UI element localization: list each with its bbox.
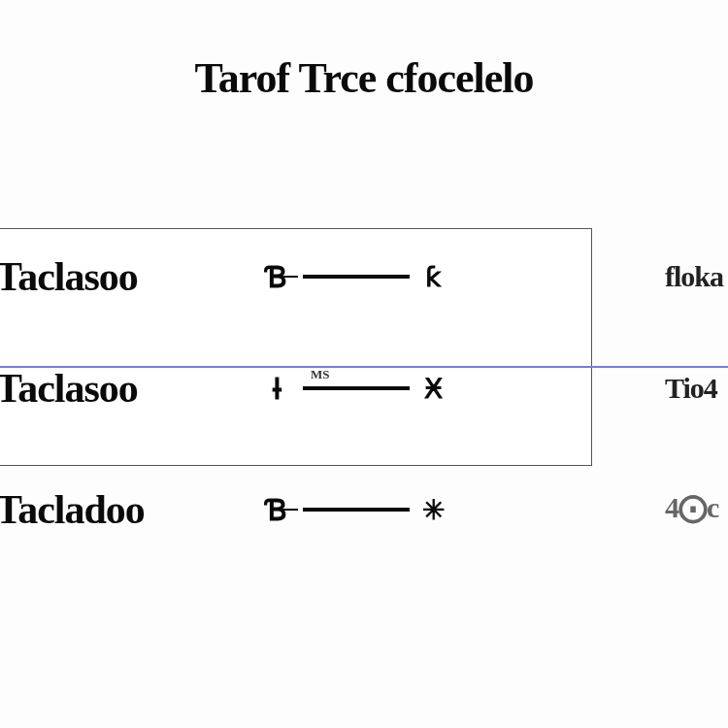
diagram-row: Taclasoo Ɨ MS Ӿ <box>0 364 445 413</box>
row-right-text: 4⨀c <box>665 490 728 524</box>
connector-label: MS <box>311 367 330 382</box>
row-label: Taclasoo <box>0 253 243 300</box>
row-label: Tacladoo <box>0 486 243 533</box>
connector-line: MS <box>303 386 410 390</box>
diagram-row: Tacladoo Ɓ ✳ <box>0 485 445 534</box>
row-right-text: floka <box>665 260 728 293</box>
diagram-row: Taclasoo Ɓ ƙ <box>0 252 445 301</box>
end-glyph-icon: ✳ <box>421 495 445 524</box>
end-glyph-icon: ƙ <box>421 262 445 291</box>
start-glyph-icon: Ɨ <box>262 371 291 406</box>
row-right-text: Tio4 <box>665 372 728 405</box>
row-label: Taclasoo <box>0 365 243 412</box>
diagram-title: Tarof Trce cfocelelo <box>195 53 534 103</box>
connector-line <box>303 508 410 512</box>
horizontal-divider <box>0 366 728 368</box>
end-glyph-icon: Ӿ <box>421 374 445 403</box>
connector-line <box>303 275 410 279</box>
